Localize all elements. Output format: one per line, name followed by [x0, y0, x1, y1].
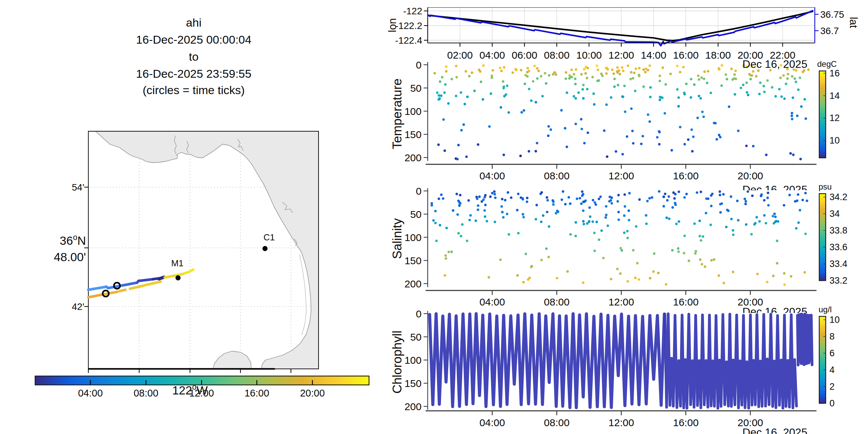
land-mass [95, 131, 319, 369]
sal-point [765, 222, 767, 224]
temp-point [794, 77, 796, 80]
temp-point [690, 96, 692, 99]
temp-point [778, 88, 780, 90]
temp-point [728, 105, 730, 108]
temp-point [720, 84, 723, 87]
sal-point [666, 199, 668, 201]
temp-point [598, 79, 600, 81]
temp-point [792, 96, 794, 99]
sal-point [435, 240, 438, 242]
sal-point [504, 199, 506, 201]
sal-point [616, 268, 619, 270]
temp-point [464, 103, 466, 105]
temp-point [447, 102, 450, 105]
sal-point [626, 230, 629, 232]
temp-point [592, 92, 595, 95]
temp-point [807, 69, 809, 71]
sal-point [649, 277, 651, 279]
sal-point [525, 253, 527, 255]
nav-ytick-right-label: 36.7 [820, 26, 839, 36]
sal-point [494, 196, 497, 199]
temp-point [783, 98, 785, 100]
map-track: M1C1 [88, 232, 275, 297]
chl-cb-tick-label: 0 [829, 398, 835, 408]
temp-point [445, 70, 447, 73]
temp-point [734, 93, 736, 95]
temp-point [595, 64, 598, 67]
temp-point [682, 66, 685, 68]
sal-point [591, 220, 594, 223]
sal-point [795, 227, 797, 229]
temp-xtick-label: 20:00 [737, 170, 763, 181]
sal-point [434, 222, 437, 224]
sal-point [702, 235, 704, 238]
temp-point [640, 143, 643, 145]
temp-point [541, 95, 544, 97]
nav-xtick-label: 08:00 [544, 49, 570, 61]
temp-point [656, 136, 658, 138]
temp-point [466, 95, 469, 98]
sal-point [557, 211, 559, 213]
sal-point [447, 251, 450, 253]
temp-point [610, 96, 612, 99]
sal-point [663, 196, 665, 198]
temp-cb-tick-label: 10 [829, 135, 840, 146]
temp-point [583, 68, 585, 70]
sal-point [602, 257, 604, 259]
sal-point [627, 237, 629, 239]
temperature-cb-unit: degC [817, 59, 837, 69]
temp-point [774, 95, 777, 98]
sal-point [732, 229, 734, 231]
sal-point [555, 212, 557, 214]
sal-point [804, 192, 807, 194]
temp-point [536, 77, 539, 80]
sal-point [467, 199, 470, 201]
track-segment [159, 277, 164, 279]
salinity-cb-unit: psu [819, 182, 832, 191]
nav-ytick-left-label: -122.4 [395, 35, 422, 46]
sal-point [610, 202, 613, 205]
chl-ytick-label: 100 [404, 355, 422, 366]
temp-point [613, 73, 615, 75]
temp-point [799, 76, 801, 79]
temperature-panel: 05010015020004:0008:0012:0016:0020:00161… [404, 59, 840, 181]
sal-point [806, 199, 808, 202]
temp-point [800, 105, 803, 108]
sal-point [711, 193, 713, 195]
temp-point [482, 64, 484, 66]
sal-point [582, 209, 584, 212]
sal-point [638, 198, 641, 201]
sal-point [477, 204, 479, 207]
temp-point [440, 94, 442, 97]
sal-point [507, 191, 509, 194]
sal-point [579, 197, 581, 199]
sal-point [582, 193, 584, 195]
sal-ytick-label: 100 [404, 232, 422, 243]
temp-point [437, 144, 440, 146]
temp-point [445, 65, 447, 68]
sal-point [695, 250, 697, 252]
sal-point [662, 205, 665, 207]
temp-point [479, 70, 481, 73]
sal-point [677, 250, 680, 253]
temp-point [580, 73, 583, 75]
salinity-ylabel: Salinity [390, 218, 404, 259]
temp-point [549, 129, 552, 131]
chl-xtick-label: 04:00 [480, 417, 505, 428]
sal-point [677, 247, 679, 250]
map-ytick-42: 42' [72, 301, 85, 312]
temp-point [765, 154, 767, 156]
temp-point [702, 116, 705, 118]
sal-point [683, 196, 686, 198]
sal-point [488, 276, 490, 279]
sal-point [623, 193, 626, 196]
sal-xtick-label: 08:00 [544, 296, 570, 308]
temp-point [564, 77, 567, 80]
sal-point [468, 219, 471, 221]
temp-point [690, 78, 692, 80]
temp-point [730, 68, 733, 70]
temp-point [482, 98, 484, 101]
sal-point [434, 210, 437, 212]
sal-point [582, 282, 584, 284]
sal-point [457, 232, 460, 235]
